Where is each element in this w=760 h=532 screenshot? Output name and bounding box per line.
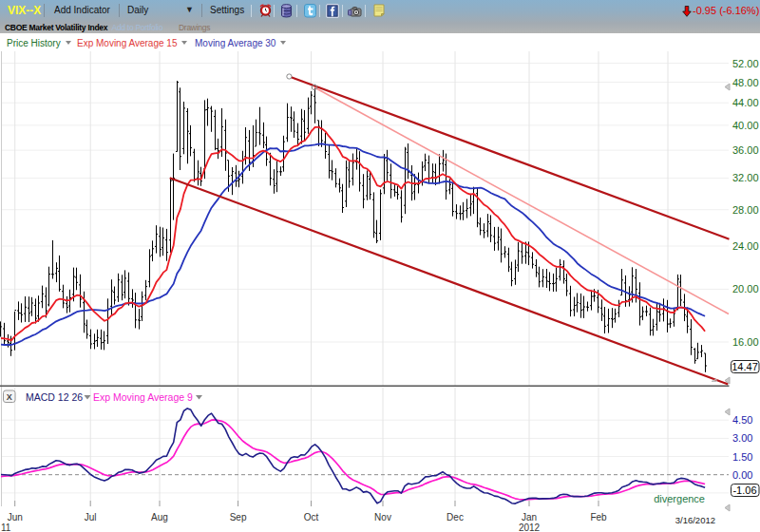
svg-text:28.00: 28.00 xyxy=(732,204,759,216)
svg-text:40.00: 40.00 xyxy=(732,120,759,131)
svg-text:32.00: 32.00 xyxy=(732,172,759,183)
svg-text:X: X xyxy=(7,392,12,402)
svg-text:MACD 12 26: MACD 12 26 xyxy=(26,391,83,403)
svg-text:11: 11 xyxy=(1,522,11,532)
svg-text:Feb: Feb xyxy=(590,512,607,522)
svg-text:3.00: 3.00 xyxy=(732,432,752,444)
svg-text:4.50: 4.50 xyxy=(732,414,752,426)
svg-text:divergence: divergence xyxy=(654,493,705,504)
svg-text:48.00: 48.00 xyxy=(732,77,759,88)
svg-text:Aug: Aug xyxy=(151,512,168,522)
svg-text:Jul: Jul xyxy=(85,512,97,522)
svg-text:3/16/2012: 3/16/2012 xyxy=(675,515,715,525)
svg-text:Nov: Nov xyxy=(374,512,391,522)
svg-text:16.00: 16.00 xyxy=(732,336,759,348)
svg-text:44.00: 44.00 xyxy=(732,97,759,108)
svg-text:2012: 2012 xyxy=(519,522,541,532)
svg-text:52.00: 52.00 xyxy=(732,58,759,69)
svg-text:1.50: 1.50 xyxy=(732,451,752,463)
svg-text:Sep: Sep xyxy=(230,512,247,522)
svg-text:24.00: 24.00 xyxy=(732,240,759,252)
svg-text:Exp Moving Average 9: Exp Moving Average 9 xyxy=(93,391,193,403)
svg-text:Oct: Oct xyxy=(304,512,319,522)
svg-text:-1.06: -1.06 xyxy=(732,484,756,496)
svg-text:Dec: Dec xyxy=(446,512,464,522)
svg-text:Jan: Jan xyxy=(522,512,537,522)
svg-text:Jun: Jun xyxy=(8,512,23,522)
svg-text:14.47: 14.47 xyxy=(732,361,758,372)
svg-text:20.00: 20.00 xyxy=(732,283,759,294)
svg-text:0.00: 0.00 xyxy=(732,469,752,481)
svg-text:36.00: 36.00 xyxy=(732,144,759,156)
